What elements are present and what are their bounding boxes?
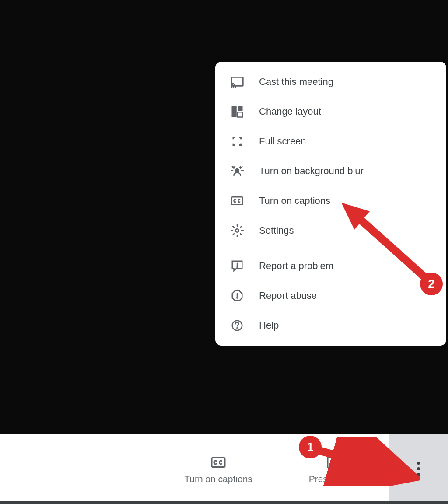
menu-item-label: Report abuse [259,290,317,301]
captions-button-label: Turn on captions [184,474,252,484]
report-problem-icon [230,259,244,273]
menu-item-cast[interactable]: Cast this meeting [215,67,446,97]
menu-item-help[interactable]: Help [215,311,446,340]
svg-point-6 [235,229,239,232]
svg-rect-0 [231,77,243,86]
menu-item-label: Help [259,320,279,331]
menu-item-label: Change layout [259,106,321,117]
menu-item-blur[interactable]: Turn on background blur [215,156,446,186]
svg-rect-1 [232,106,237,117]
svg-point-10 [237,298,237,298]
svg-point-12 [237,328,237,328]
svg-point-4 [235,169,239,172]
svg-rect-2 [238,106,242,111]
annotation-arrow-1 [306,438,420,486]
captions-button[interactable]: Turn on captions [157,434,280,504]
annotation-badge-2: 2 [420,273,443,295]
menu-item-label: Settings [259,225,294,236]
help-icon [230,318,244,332]
menu-item-layout[interactable]: Change layout [215,97,446,126]
svg-rect-3 [238,112,242,117]
fullscreen-icon [230,134,244,148]
blur-icon [230,164,244,178]
menu-item-label: Full screen [259,136,306,147]
report-abuse-icon [230,289,244,303]
cast-icon [230,75,244,89]
menu-item-label: Turn on captions [259,195,330,206]
menu-item-label: Cast this meeting [259,76,333,88]
svg-line-17 [352,212,428,280]
bottom-divider [0,501,448,504]
menu-item-fullscreen[interactable]: Full screen [215,126,446,156]
annotation-badge-1: 1 [299,436,322,458]
layout-icon [230,105,244,119]
captions-icon [230,194,244,208]
menu-item-label: Report a problem [259,260,333,272]
settings-icon [230,224,244,238]
captions-icon [210,454,226,471]
menu-item-label: Turn on background blur [259,165,364,177]
svg-point-8 [237,267,237,267]
